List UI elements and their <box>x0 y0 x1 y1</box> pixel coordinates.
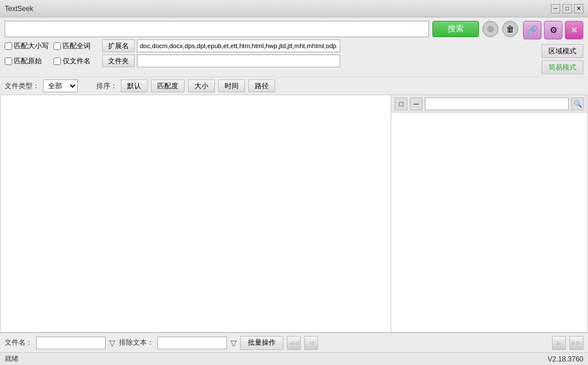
x-icon: ✕ <box>571 25 578 35</box>
sort-time-button[interactable]: 时间 <box>218 79 245 92</box>
exclude-input[interactable] <box>157 337 227 349</box>
top-icon-row: 🔗 ⚙ ✕ <box>523 21 583 39</box>
gear-icon: ⚙ <box>550 25 557 35</box>
folder-input[interactable] <box>137 55 340 67</box>
batch-button[interactable]: 批量操作 <box>240 336 283 350</box>
file-only-checkbox[interactable]: 仅文件名 <box>53 56 100 66</box>
sort-row: 文件类型： 全部 排序： 默认 匹配度 大小 时间 路径 <box>0 77 588 95</box>
content-area: □ ─ 🔍 <box>0 95 588 333</box>
panel-icon-btn-1[interactable]: □ <box>395 97 407 110</box>
match-original-input[interactable] <box>5 57 12 65</box>
header-right: 🔗 ⚙ ✕ 区域模式 简易模式 <box>518 21 583 74</box>
minimize-panel-icon: ─ <box>414 100 419 108</box>
folder-button[interactable]: 文件夹 <box>102 55 135 67</box>
link-icon: 🔗 <box>527 25 538 35</box>
options-row-2: 匹配原始 仅文件名 文件夹 <box>5 55 518 67</box>
stop-icon <box>487 26 494 32</box>
nav-first-icon: ◀◀ <box>288 339 299 347</box>
nav-first-button[interactable]: ◀◀ <box>287 336 301 350</box>
sort-default-button[interactable]: 默认 <box>121 79 147 92</box>
search-row: 搜索 🗑 <box>5 21 518 37</box>
file-type-label: 文件类型： <box>5 81 39 91</box>
panel-icon-btn-2[interactable]: ─ <box>410 97 423 110</box>
search-icon: 🔍 <box>573 100 582 108</box>
version-text: V2.18.3760 <box>548 355 583 363</box>
match-case-checkbox[interactable]: 匹配大小写 <box>5 41 51 51</box>
close-button[interactable]: ✕ <box>574 4 583 13</box>
sort-path-button[interactable]: 路径 <box>248 79 275 92</box>
link-icon-button[interactable]: 🔗 <box>523 21 542 39</box>
sort-label: 排序： <box>96 81 117 91</box>
window-controls: ─ □ ✕ <box>551 4 583 13</box>
region-mode-button[interactable]: 区域模式 <box>542 44 583 58</box>
nav-prev-icon: ◀ <box>309 339 314 347</box>
stop-button[interactable] <box>482 21 499 37</box>
preview-search-button[interactable]: 🔍 <box>571 97 584 110</box>
nav-prev-button[interactable]: ◀ <box>304 336 318 350</box>
preview-search-input[interactable] <box>425 97 569 110</box>
file-type-select[interactable]: 全部 <box>43 79 78 92</box>
search-button[interactable]: 搜索 <box>432 21 479 37</box>
ext-name-button[interactable]: 扩展名 <box>102 39 135 52</box>
match-whole-input[interactable] <box>53 42 61 50</box>
nav-last-button[interactable]: ▶▶ <box>569 336 583 350</box>
close-icon-button[interactable]: ✕ <box>565 21 583 39</box>
match-whole-checkbox[interactable]: 匹配全词 <box>53 41 100 51</box>
match-case-label: 匹配大小写 <box>14 41 49 51</box>
minimize-button[interactable]: ─ <box>551 4 560 13</box>
settings-icon-button[interactable]: ⚙ <box>544 21 562 39</box>
file-only-label: 仅文件名 <box>63 56 91 66</box>
nav-next-icon: ▶ <box>557 339 562 347</box>
preview-toolbar: □ ─ 🔍 <box>391 95 587 113</box>
preview-content <box>391 113 587 332</box>
preview-panel: □ ─ 🔍 <box>391 95 588 333</box>
status-text: 就绪 <box>5 354 19 364</box>
match-whole-label: 匹配全词 <box>63 41 91 51</box>
results-panel <box>0 95 391 333</box>
match-original-checkbox[interactable]: 匹配原始 <box>5 56 51 66</box>
exclude-filter-icon[interactable]: ▽ <box>230 338 237 348</box>
sort-match-button[interactable]: 匹配度 <box>151 79 185 92</box>
maximize-button[interactable]: □ <box>562 4 572 13</box>
options-row: 匹配大小写 匹配全词 扩展名 <box>5 39 518 52</box>
exclude-label: 排除文本： <box>119 338 154 348</box>
top-section: 搜索 🗑 匹配大小写 匹配全词 <box>0 17 588 77</box>
match-original-label: 匹配原始 <box>14 56 42 66</box>
sort-size-button[interactable]: 大小 <box>188 79 215 92</box>
title-bar: TextSeek ─ □ ✕ <box>0 0 588 17</box>
file-only-input[interactable] <box>53 57 61 65</box>
filename-input[interactable] <box>36 337 106 349</box>
nav-last-icon: ▶▶ <box>571 339 582 347</box>
status-bar: 就绪 V2.18.3760 <box>0 352 588 365</box>
search-input[interactable] <box>5 21 429 37</box>
trash-icon: 🗑 <box>506 24 514 34</box>
main-container: 搜索 🗑 匹配大小写 匹配全词 <box>0 17 588 365</box>
nav-next-button[interactable]: ▶ <box>552 336 566 350</box>
filename-filter-icon[interactable]: ▽ <box>109 338 116 348</box>
maximize-panel-icon: □ <box>399 100 403 108</box>
match-case-input[interactable] <box>5 42 12 50</box>
header-area: 搜索 🗑 匹配大小写 匹配全词 <box>5 21 583 74</box>
app-title: TextSeek <box>5 5 33 13</box>
bottom-bar: 文件名： ▽ 排除文本： ▽ 批量操作 ◀◀ ◀ ▶ ▶▶ <box>0 333 588 352</box>
ext-input[interactable] <box>137 39 340 52</box>
simple-mode-button[interactable]: 简易模式 <box>542 60 583 74</box>
delete-button[interactable]: 🗑 <box>502 21 518 37</box>
filename-label: 文件名： <box>5 338 33 348</box>
header-left: 搜索 🗑 匹配大小写 匹配全词 <box>5 21 518 70</box>
